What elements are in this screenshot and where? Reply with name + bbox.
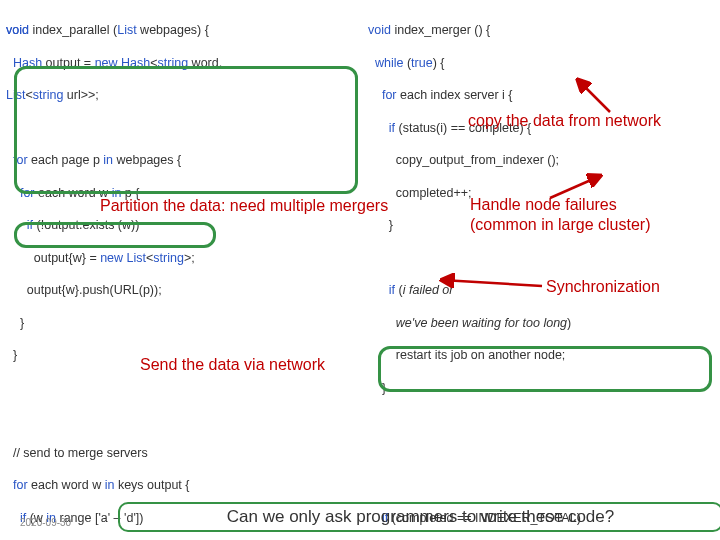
box-merge: [378, 346, 712, 392]
bottom-question: Can we only ask programmers to write the…: [118, 502, 720, 532]
line: void index_merger () {: [368, 22, 581, 38]
arrow-handle: [470, 172, 620, 202]
annot-partition: Partition the data: need multiple merger…: [100, 197, 388, 215]
line: [368, 477, 581, 493]
line: [368, 250, 581, 266]
line: // send to merge servers: [6, 445, 238, 461]
line: [368, 445, 581, 461]
line: we've been waiting for too long): [368, 315, 581, 331]
box-partition: [14, 66, 358, 194]
line: while (true) {: [368, 55, 581, 71]
svg-line-0: [578, 80, 610, 112]
line: void index_parallel (List webpages) {: [6, 22, 238, 38]
line: for each word w in keys output {: [6, 477, 238, 493]
line: [368, 412, 581, 428]
annot-sync: Synchronization: [546, 278, 660, 296]
line: [6, 380, 238, 396]
line: [6, 412, 238, 428]
arrow-sync: [430, 268, 550, 292]
line: copy_output_from_indexer ();: [368, 152, 581, 168]
annot-handle2: (common in large cluster): [470, 216, 651, 234]
svg-line-1: [550, 176, 600, 198]
box-send: [14, 222, 216, 248]
arrow-copy: [460, 74, 620, 116]
line: }: [6, 315, 238, 331]
footer-date: 2020-09-30: [20, 517, 71, 528]
line: output{w}.push(URL(p));: [6, 282, 238, 298]
annot-send: Send the data via network: [140, 356, 325, 374]
svg-line-2: [442, 280, 542, 286]
line: output{w} = new List<string>;: [6, 250, 238, 266]
